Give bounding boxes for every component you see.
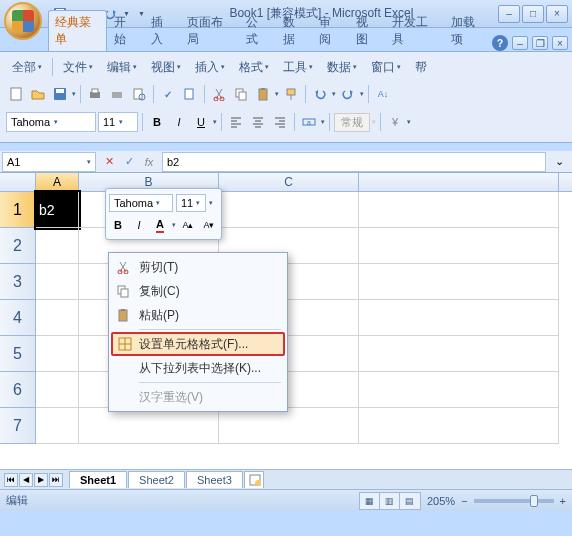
paste-icon[interactable] — [253, 84, 273, 104]
ctx-cut[interactable]: 剪切(T) — [111, 255, 285, 279]
spell-check-icon[interactable]: ✓ — [158, 84, 178, 104]
copy-icon[interactable] — [231, 84, 251, 104]
tab-data[interactable]: 数据 — [276, 10, 313, 51]
new-icon[interactable] — [6, 84, 26, 104]
cell[interactable] — [359, 300, 559, 336]
cell[interactable] — [36, 264, 79, 300]
row-header[interactable]: 3 — [0, 264, 36, 300]
ctx-paste[interactable]: 粘贴(P) — [111, 303, 285, 327]
cell[interactable] — [79, 408, 219, 444]
redo-dropdown-icon[interactable]: ▾ — [360, 90, 364, 98]
minimize-button[interactable]: – — [498, 5, 520, 23]
ctx-pick-from-list[interactable]: 从下拉列表中选择(K)... — [111, 356, 285, 380]
sheet-prev-button[interactable]: ◀ — [19, 473, 33, 487]
tab-page-layout[interactable]: 页面布局 — [180, 10, 239, 51]
style-dropdown-icon[interactable]: ▾ — [372, 118, 376, 126]
ctx-copy[interactable]: 复制(C) — [111, 279, 285, 303]
tab-insert[interactable]: 插入 — [144, 10, 181, 51]
cell[interactable]: b2 — [36, 192, 79, 228]
menu-tools[interactable]: 工具▾ — [277, 57, 319, 78]
bold-button[interactable]: B — [147, 112, 167, 132]
undo-dropdown-icon[interactable]: ▾ — [332, 90, 336, 98]
doc-close-button[interactable]: × — [552, 36, 568, 50]
zoom-slider[interactable] — [474, 499, 554, 503]
close-button[interactable]: × — [546, 5, 568, 23]
row-header[interactable]: 5 — [0, 336, 36, 372]
name-box[interactable]: A1▾ — [2, 152, 96, 172]
enter-edit-icon[interactable]: ✓ — [120, 153, 138, 171]
italic-button[interactable]: I — [169, 112, 189, 132]
print-preview-icon[interactable] — [129, 84, 149, 104]
menu-edit[interactable]: 编辑▾ — [101, 57, 143, 78]
row-header[interactable]: 2 — [0, 228, 36, 264]
zoom-level[interactable]: 205% — [427, 495, 455, 507]
cell[interactable] — [36, 372, 79, 408]
mini-font-name[interactable]: Tahoma▾ — [109, 194, 173, 212]
undo-icon[interactable] — [310, 84, 330, 104]
tab-home[interactable]: 开始 — [107, 10, 144, 51]
underline-dropdown-icon[interactable]: ▾ — [213, 118, 217, 126]
align-center-icon[interactable] — [248, 112, 268, 132]
cell[interactable] — [359, 192, 559, 228]
align-right-icon[interactable] — [270, 112, 290, 132]
sheet-last-button[interactable]: ⏭ — [49, 473, 63, 487]
cut-icon[interactable] — [209, 84, 229, 104]
cell[interactable] — [359, 372, 559, 408]
mini-expand-icon[interactable]: ▾ — [209, 199, 213, 207]
cell[interactable] — [219, 192, 359, 228]
menu-format[interactable]: 格式▾ — [233, 57, 275, 78]
quick-print-icon[interactable] — [107, 84, 127, 104]
menu-data[interactable]: 数据▾ — [321, 57, 363, 78]
cell[interactable] — [219, 408, 359, 444]
sheet-tab-2[interactable]: Sheet2 — [128, 471, 185, 488]
sheet-next-button[interactable]: ▶ — [34, 473, 48, 487]
mini-shrink-font-button[interactable]: A▾ — [200, 216, 218, 234]
office-button[interactable] — [4, 2, 42, 40]
select-all-corner[interactable] — [0, 173, 36, 191]
currency-dropdown-icon[interactable]: ▾ — [407, 118, 411, 126]
fx-icon[interactable]: fx — [140, 153, 158, 171]
menu-help[interactable]: 帮 — [409, 57, 433, 78]
menu-window[interactable]: 窗口▾ — [365, 57, 407, 78]
font-size-select[interactable]: 11▾ — [98, 112, 138, 132]
font-name-select[interactable]: Tahoma▾ — [6, 112, 96, 132]
zoom-thumb[interactable] — [530, 495, 538, 507]
cell[interactable] — [359, 264, 559, 300]
row-header[interactable]: 1 — [0, 192, 36, 228]
view-page-layout-button[interactable]: ▥ — [380, 493, 400, 509]
cell[interactable] — [359, 408, 559, 444]
sheet-first-button[interactable]: ⏮ — [4, 473, 18, 487]
cell[interactable] — [36, 336, 79, 372]
align-left-icon[interactable] — [226, 112, 246, 132]
tab-formulas[interactable]: 公式 — [239, 10, 276, 51]
cell[interactable] — [36, 300, 79, 336]
merge-center-icon[interactable]: a — [299, 112, 319, 132]
merge-dropdown-icon[interactable]: ▾ — [321, 118, 325, 126]
row-header[interactable]: 6 — [0, 372, 36, 408]
underline-button[interactable]: U — [191, 112, 211, 132]
menu-file[interactable]: 文件▾ — [57, 57, 99, 78]
maximize-button[interactable]: □ — [522, 5, 544, 23]
tab-review[interactable]: 审阅 — [312, 10, 349, 51]
view-page-break-button[interactable]: ▤ — [400, 493, 420, 509]
cell[interactable] — [359, 336, 559, 372]
menu-insert[interactable]: 插入▾ — [189, 57, 231, 78]
tab-addins[interactable]: 加载项 — [444, 10, 492, 51]
save-dropdown-icon[interactable]: ▾ — [72, 90, 76, 98]
sort-asc-icon[interactable]: A↓ — [373, 84, 393, 104]
paste-dropdown-icon[interactable]: ▾ — [275, 90, 279, 98]
mini-bold-button[interactable]: B — [109, 216, 127, 234]
sheet-tab-1[interactable]: Sheet1 — [69, 471, 127, 488]
tab-developer[interactable]: 开发工具 — [385, 10, 444, 51]
mini-font-color-button[interactable]: A — [151, 216, 169, 234]
mini-font-size[interactable]: 11▾ — [176, 194, 206, 212]
cancel-edit-icon[interactable]: ✕ — [100, 153, 118, 171]
ctx-format-cells[interactable]: 设置单元格格式(F)... — [111, 332, 285, 356]
cell[interactable] — [36, 408, 79, 444]
zoom-out-button[interactable]: − — [461, 495, 467, 507]
save-icon[interactable] — [50, 84, 70, 104]
column-header[interactable] — [359, 173, 559, 191]
mini-grow-font-button[interactable]: A▴ — [179, 216, 197, 234]
row-header[interactable]: 4 — [0, 300, 36, 336]
sheet-tab-3[interactable]: Sheet3 — [186, 471, 243, 488]
